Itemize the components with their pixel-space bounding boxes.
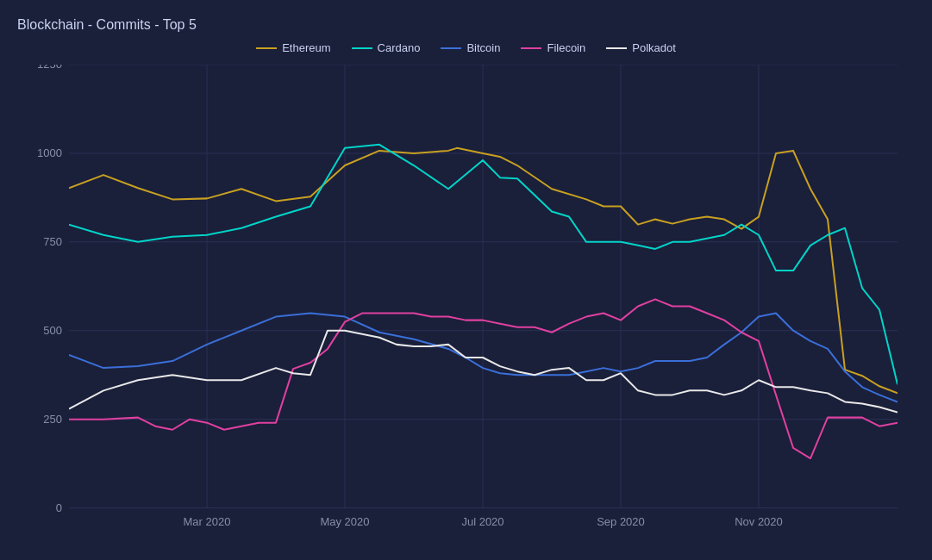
cardano-line-icon bbox=[352, 47, 372, 49]
filecoin-label: Filecoin bbox=[547, 41, 585, 54]
legend-cardano: Cardano bbox=[352, 41, 421, 54]
polkadot-label: Polkadot bbox=[632, 41, 676, 54]
svg-text:250: 250 bbox=[43, 413, 62, 426]
ethereum-label: Ethereum bbox=[282, 41, 330, 54]
legend-polkadot: Polkadot bbox=[606, 41, 676, 54]
svg-text:Sep 2020: Sep 2020 bbox=[597, 515, 645, 528]
chart-container: Blockchain - Commits - Top 5 Ethereum Ca… bbox=[0, 0, 932, 560]
polkadot-line-icon bbox=[606, 47, 627, 49]
svg-text:Mar 2020: Mar 2020 bbox=[184, 515, 231, 528]
legend-bitcoin: Bitcoin bbox=[441, 41, 500, 54]
svg-text:Jul 2020: Jul 2020 bbox=[461, 515, 504, 528]
svg-text:Nov 2020: Nov 2020 bbox=[735, 515, 783, 528]
chart-area: 0 250 500 750 1000 1250 Mar 2020 May 202… bbox=[17, 65, 915, 551]
chart-svg: 0 250 500 750 1000 1250 Mar 2020 May 202… bbox=[17, 65, 915, 551]
svg-text:1000: 1000 bbox=[37, 146, 62, 159]
filecoin-line-icon bbox=[521, 47, 541, 49]
bitcoin-label: Bitcoin bbox=[466, 41, 500, 54]
chart-title: Blockchain - Commits - Top 5 bbox=[17, 17, 915, 33]
svg-text:May 2020: May 2020 bbox=[320, 515, 369, 528]
cardano-label: Cardano bbox=[378, 41, 421, 54]
svg-text:1250: 1250 bbox=[37, 65, 62, 71]
bitcoin-line-icon bbox=[441, 47, 461, 49]
ethereum-line-icon bbox=[256, 47, 277, 49]
legend: Ethereum Cardano Bitcoin Filecoin Polkad… bbox=[17, 41, 915, 54]
svg-text:0: 0 bbox=[56, 501, 62, 514]
svg-text:750: 750 bbox=[43, 235, 62, 248]
svg-text:500: 500 bbox=[43, 324, 62, 337]
legend-filecoin: Filecoin bbox=[521, 41, 585, 54]
legend-ethereum: Ethereum bbox=[256, 41, 330, 54]
